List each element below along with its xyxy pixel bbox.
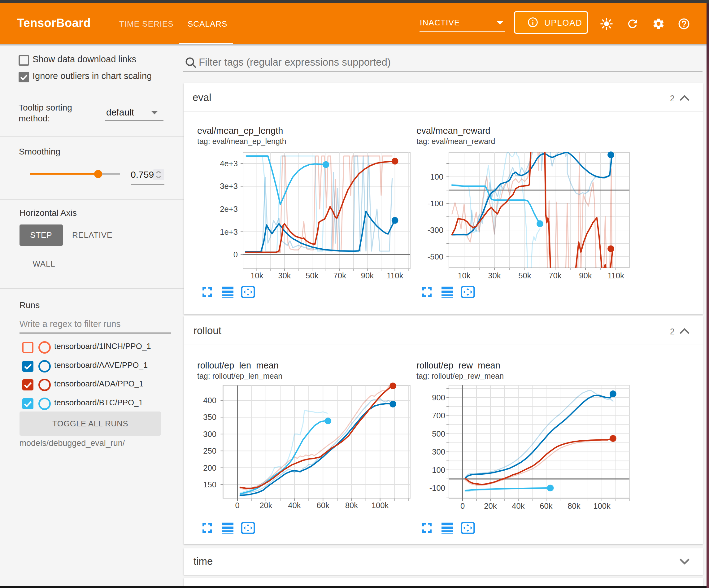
svg-text:400: 400 — [203, 396, 216, 405]
svg-text:-100: -100 — [427, 199, 443, 208]
svg-text:150: 150 — [203, 480, 216, 489]
svg-text:200: 200 — [203, 463, 216, 472]
svg-text:80k: 80k — [345, 501, 358, 510]
svg-text:50k: 50k — [306, 271, 318, 280]
svg-text:30k: 30k — [488, 271, 501, 280]
svg-text:3e+3: 3e+3 — [220, 182, 238, 190]
svg-text:350: 350 — [203, 413, 216, 421]
svg-text:500: 500 — [432, 430, 445, 438]
svg-text:0: 0 — [461, 502, 465, 510]
svg-text:100k: 100k — [371, 501, 389, 510]
svg-text:110k: 110k — [387, 271, 403, 280]
svg-text:700: 700 — [432, 411, 445, 420]
svg-text:60k: 60k — [540, 502, 552, 510]
svg-text:250: 250 — [203, 446, 216, 455]
svg-text:10k: 10k — [251, 271, 263, 280]
svg-text:-500: -500 — [427, 252, 443, 261]
svg-text:4e+3: 4e+3 — [220, 159, 238, 168]
svg-text:40k: 40k — [288, 501, 300, 510]
svg-text:30k: 30k — [278, 271, 291, 280]
svg-text:110k: 110k — [607, 271, 624, 280]
svg-text:-100: -100 — [429, 484, 445, 492]
svg-text:20k: 20k — [259, 501, 272, 510]
svg-text:1e+3: 1e+3 — [220, 228, 238, 236]
svg-text:100: 100 — [432, 466, 445, 475]
svg-text:0: 0 — [233, 250, 238, 259]
svg-text:-300: -300 — [427, 226, 443, 234]
svg-text:60k: 60k — [317, 501, 330, 510]
svg-text:10k: 10k — [457, 271, 470, 280]
svg-text:300: 300 — [432, 448, 445, 456]
svg-text:900: 900 — [432, 393, 445, 402]
svg-text:100: 100 — [430, 173, 443, 181]
svg-text:90k: 90k — [579, 271, 592, 280]
svg-text:20k: 20k — [484, 502, 497, 510]
svg-text:300: 300 — [203, 430, 216, 438]
svg-text:40k: 40k — [512, 502, 524, 510]
svg-text:70k: 70k — [549, 271, 561, 280]
svg-text:2e+3: 2e+3 — [220, 205, 238, 213]
svg-text:100k: 100k — [593, 502, 610, 510]
svg-text:50k: 50k — [518, 271, 531, 280]
svg-text:90k: 90k — [361, 271, 374, 280]
svg-text:70k: 70k — [334, 271, 346, 280]
svg-text:80k: 80k — [568, 502, 580, 510]
svg-text:0: 0 — [235, 501, 239, 510]
